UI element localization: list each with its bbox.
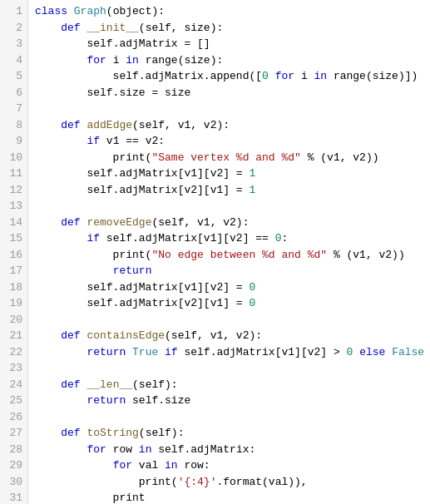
token: class	[35, 5, 74, 17]
token: 0	[249, 281, 255, 294]
line-number: 13	[5, 198, 22, 215]
code-line: self.adjMatrix.append([0 for i in range(…	[35, 68, 423, 85]
token: def	[35, 378, 86, 391]
code-line: return self.size	[35, 393, 423, 409]
token: (self, v1, v2):	[165, 329, 262, 342]
code-line	[35, 198, 423, 215]
line-number: 22	[5, 344, 22, 361]
line-number: 7	[5, 101, 22, 117]
token: False	[392, 346, 424, 358]
line-number: 17	[5, 263, 22, 279]
token	[35, 54, 86, 67]
code-line	[35, 312, 423, 329]
code-line: def containsEdge(self, v1, v2):	[35, 328, 423, 344]
token: 1	[249, 184, 255, 196]
line-number: 16	[5, 247, 22, 264]
token: def	[35, 427, 86, 439]
token: self.adjMatrix[v1][v2] >	[184, 346, 346, 358]
line-number: 23	[5, 360, 22, 377]
code-line: def addEdge(self, v1, v2):	[35, 117, 423, 134]
code-line: print	[35, 490, 423, 504]
line-number: 11	[5, 166, 22, 182]
code-line: self.adjMatrix[v2][v1] = 0	[35, 295, 423, 312]
code-line: self.adjMatrix[v1][v2] = 1	[35, 166, 423, 182]
line-number: 24	[5, 377, 22, 393]
token	[35, 459, 113, 472]
code-line: print("Same vertex %d and %d" % (v1, v2)…	[35, 150, 423, 166]
line-number: 2	[5, 20, 22, 37]
line-number: 6	[5, 85, 22, 101]
token	[35, 443, 86, 456]
line-number: 19	[5, 295, 22, 312]
line-number: 20	[5, 312, 22, 329]
token	[35, 135, 86, 147]
code-line: class Graph(object):	[35, 3, 423, 20]
code-editor: 1234567891011121314151617181920212223242…	[0, 0, 430, 504]
token: in	[314, 70, 334, 82]
token: i	[113, 54, 126, 67]
token: Graph	[74, 5, 106, 17]
token: self.adjMatrix[v1][v2] =	[35, 281, 249, 294]
token: self.size	[132, 394, 190, 407]
token: for	[86, 54, 112, 67]
token: containsEdge	[86, 329, 165, 342]
token: print(	[35, 249, 151, 261]
token: self.size = size	[35, 86, 190, 99]
token: self	[35, 37, 113, 50]
token	[269, 70, 275, 82]
token: self.adjMatrix[v1][v2] =	[35, 167, 249, 180]
code-line: return	[35, 263, 423, 279]
token: for	[275, 70, 301, 82]
line-number: 10	[5, 150, 22, 166]
token: return	[113, 264, 152, 277]
token: if	[165, 346, 184, 358]
line-number: 29	[5, 457, 22, 474]
token: print(	[35, 476, 178, 488]
token: (self):	[139, 427, 185, 439]
line-number: 3	[5, 36, 22, 52]
token	[35, 394, 86, 407]
token: (self, size):	[139, 22, 223, 34]
token: print(	[35, 151, 151, 164]
token: return	[86, 394, 132, 407]
code-line: if self.adjMatrix[v1][v2] == 0:	[35, 230, 423, 247]
token: '{:4}'	[178, 476, 217, 488]
token: 1	[249, 167, 255, 180]
token: addEdge	[86, 119, 132, 131]
line-number: 9	[5, 133, 22, 150]
token: self.adjMatrix:	[158, 443, 255, 456]
token: in	[165, 459, 184, 472]
token	[353, 346, 359, 358]
token: def	[35, 216, 86, 229]
line-number: 31	[5, 490, 22, 504]
line-number: 15	[5, 230, 22, 247]
token: range(size):	[146, 54, 224, 67]
code-line: self.adjMatrix[v2][v1] = 1	[35, 182, 423, 199]
token: True	[132, 346, 165, 358]
token: toString	[86, 427, 138, 439]
line-number-gutter: 1234567891011121314151617181920212223242…	[0, 0, 28, 504]
token: print	[35, 492, 146, 504]
code-line: if v1 == v2:	[35, 133, 423, 150]
token: 0	[249, 297, 255, 309]
token: :	[281, 232, 288, 245]
token: self.adjMatrix[v2][v1] =	[35, 297, 249, 309]
token: self.adjMatrix[v1][v2] ==	[106, 232, 275, 245]
code-line: for i in range(size):	[35, 52, 423, 69]
line-number: 26	[5, 409, 22, 426]
code-line	[35, 360, 423, 377]
token: self.adjMatrix.append([	[35, 70, 262, 82]
token: in	[126, 54, 145, 67]
token: in	[139, 443, 158, 456]
token: __init__	[86, 22, 138, 34]
line-number: 12	[5, 182, 22, 199]
line-number: 8	[5, 117, 22, 134]
token: "Same vertex %d and %d"	[151, 151, 300, 164]
token: removeEdge	[86, 216, 151, 229]
token: def	[35, 22, 86, 34]
code-line: def __len__(self):	[35, 377, 423, 393]
token: for	[86, 443, 112, 456]
token: else	[359, 346, 392, 358]
token: row:	[184, 459, 210, 472]
token: "No edge between %d and %d"	[151, 249, 327, 261]
